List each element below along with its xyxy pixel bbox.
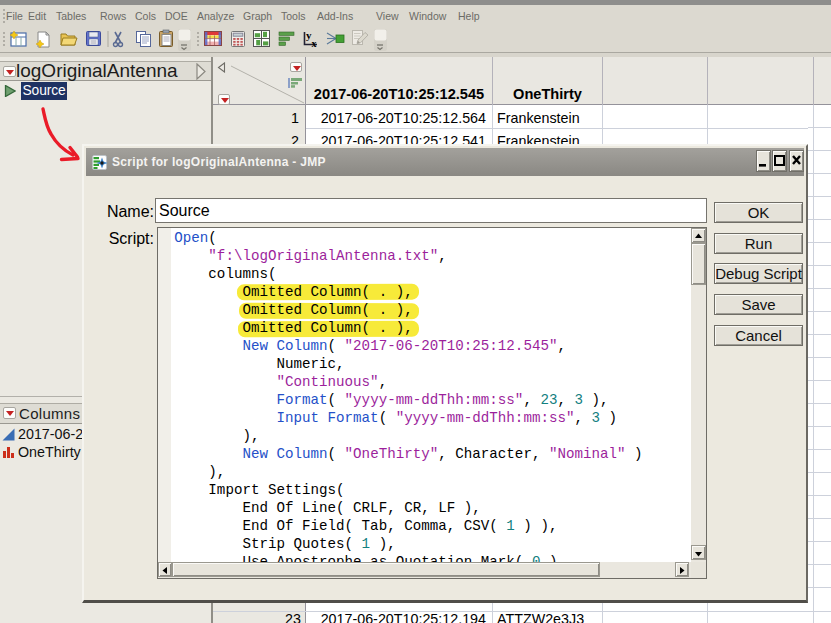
svg-text:x: x — [312, 38, 317, 49]
